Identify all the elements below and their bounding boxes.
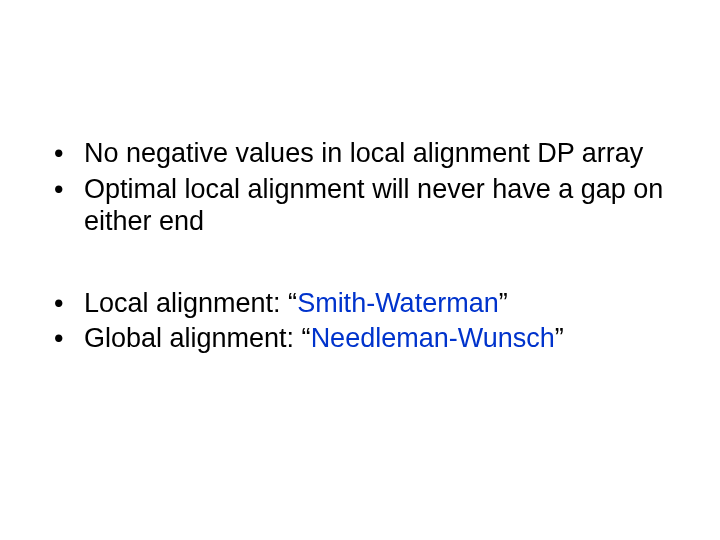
bullet-group-1: • No negative values in local alignment … <box>54 138 666 238</box>
bullet-icon: • <box>54 288 63 320</box>
bullet-item: • No negative values in local alignment … <box>54 138 666 170</box>
bullet-item: • Global alignment: “Needleman-Wunsch” <box>54 323 666 355</box>
bullet-item: • Optimal local alignment will never hav… <box>54 174 666 238</box>
bullet-prefix: Local alignment: “ <box>84 288 297 318</box>
bullet-text: No negative values in local alignment DP… <box>84 138 643 168</box>
bullet-icon: • <box>54 138 63 170</box>
bullet-group-2: • Local alignment: “Smith-Waterman” • Gl… <box>54 288 666 356</box>
bullet-highlight: Smith-Waterman <box>297 288 499 318</box>
bullet-text: Optimal local alignment will never have … <box>84 174 663 236</box>
bullet-text: Local alignment: “Smith-Waterman” <box>84 288 508 318</box>
bullet-icon: • <box>54 323 63 355</box>
bullet-suffix: ” <box>499 288 508 318</box>
bullet-suffix: ” <box>555 323 564 353</box>
bullet-text: Global alignment: “Needleman-Wunsch” <box>84 323 564 353</box>
bullet-item: • Local alignment: “Smith-Waterman” <box>54 288 666 320</box>
bullet-icon: • <box>54 174 63 206</box>
slide: • No negative values in local alignment … <box>0 0 720 540</box>
bullet-highlight: Needleman-Wunsch <box>311 323 555 353</box>
bullet-prefix: Global alignment: “ <box>84 323 311 353</box>
